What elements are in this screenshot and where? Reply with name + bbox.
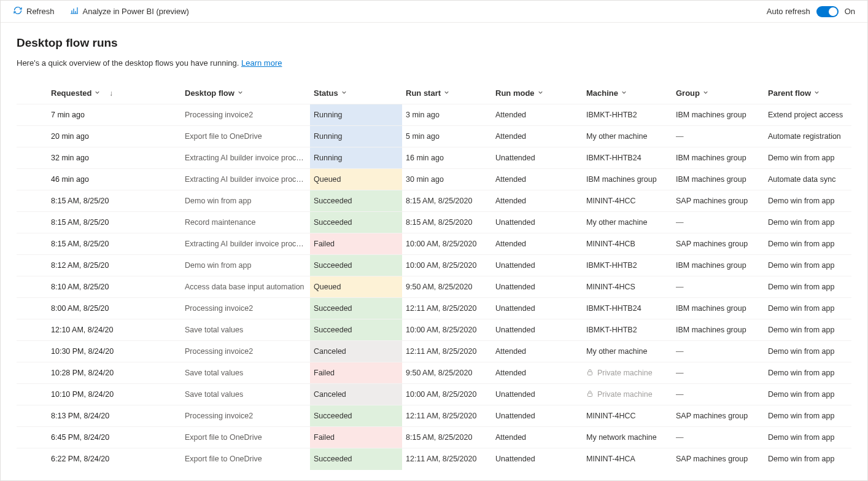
cell-desktop-flow[interactable]: Export file to OneDrive <box>181 126 310 147</box>
refresh-button[interactable]: Refresh <box>13 6 55 17</box>
cell-parent-flow[interactable]: Demo win from app <box>764 190 851 212</box>
cell-desktop-flow[interactable]: Save total values <box>181 362 310 384</box>
cell-desktop-flow[interactable]: Extracting AI builder invoice proce... <box>181 233 310 255</box>
cell-machine[interactable]: My network machine <box>583 427 672 448</box>
cell-parent-flow[interactable]: Automate registration <box>764 126 851 147</box>
cell-parent-flow[interactable]: Extend project access <box>764 104 851 126</box>
cell-parent-flow[interactable]: Demo win from app <box>764 427 851 448</box>
table-row[interactable]: 8:15 AM, 8/25/20Record maintenanceSuccee… <box>17 212 851 233</box>
cell-group[interactable]: SAP machines group <box>672 233 764 255</box>
table-row[interactable]: 8:00 AM, 8/25/20Processing invoice2Succe… <box>17 298 851 319</box>
cell-machine[interactable]: MININT-4HCC <box>583 405 672 427</box>
cell-parent-flow[interactable]: Demo win from app <box>764 319 851 341</box>
cell-desktop-flow[interactable]: Demo win from app <box>181 255 310 276</box>
cell-desktop-flow[interactable]: Processing invoice2 <box>181 405 310 427</box>
cell-desktop-flow[interactable]: Extracting AI builder invoice proce... <box>181 169 310 190</box>
table-row[interactable]: 8:15 AM, 8/25/20Demo win from appSucceed… <box>17 190 851 212</box>
cell-group[interactable]: — <box>672 384 764 405</box>
cell-run-start: 9:50 AM, 8/25/2020 <box>402 362 492 384</box>
cell-desktop-flow[interactable]: Export file to OneDrive <box>181 427 310 448</box>
col-parent-flow[interactable]: Parent flow <box>764 82 851 104</box>
cell-desktop-flow[interactable]: Save total values <box>181 319 310 341</box>
col-status[interactable]: Status <box>310 82 402 104</box>
cell-group[interactable]: — <box>672 212 764 233</box>
table-row[interactable]: 8:12 AM, 8/25/20Demo win from appSucceed… <box>17 255 851 276</box>
cell-machine[interactable]: IBMKT-HHTB2 <box>583 319 672 341</box>
cell-parent-flow[interactable]: Demo win from app <box>764 341 851 362</box>
cell-machine[interactable]: My other machine <box>583 212 672 233</box>
cell-parent-flow[interactable]: Demo win from app <box>764 362 851 384</box>
cell-machine[interactable]: MININT-4HCS <box>583 276 672 298</box>
cell-group[interactable]: — <box>672 341 764 362</box>
cell-machine[interactable]: IBMKT-HHTB2 <box>583 255 672 276</box>
table-row[interactable]: 10:10 PM, 8/24/20Save total valuesCancel… <box>17 384 851 405</box>
cell-parent-flow[interactable]: Demo win from app <box>764 233 851 255</box>
cell-parent-flow[interactable]: Demo win from app <box>764 212 851 233</box>
cell-requested: 10:30 PM, 8/24/20 <box>47 341 181 362</box>
table-row[interactable]: 10:28 PM, 8/24/20Save total valuesFailed… <box>17 362 851 384</box>
col-group[interactable]: Group <box>672 82 764 104</box>
cell-desktop-flow[interactable]: Save total values <box>181 384 310 405</box>
cell-parent-flow[interactable]: Demo win from app <box>764 255 851 276</box>
col-machine[interactable]: Machine <box>583 82 672 104</box>
cell-desktop-flow[interactable]: Access data base input automation <box>181 276 310 298</box>
cell-parent-flow[interactable]: Automate data sync <box>764 169 851 190</box>
cell-machine[interactable]: My other machine <box>583 341 672 362</box>
cell-machine[interactable]: IBMKT-HHTB24 <box>583 147 672 169</box>
table-row[interactable]: 8:10 AM, 8/25/20Access data base input a… <box>17 276 851 298</box>
table-row[interactable]: 46 min agoExtracting AI builder invoice … <box>17 169 851 190</box>
cell-group[interactable]: — <box>672 276 764 298</box>
table-row[interactable]: 32 min agoExtracting AI builder invoice … <box>17 147 851 169</box>
cell-desktop-flow[interactable]: Export file to OneDrive <box>181 448 310 470</box>
auto-refresh-toggle[interactable] <box>816 6 839 17</box>
table-row[interactable]: 6:45 PM, 8/24/20Export file to OneDriveF… <box>17 427 851 448</box>
table-row[interactable]: 7 min agoProcessing invoice2Running3 min… <box>17 104 851 126</box>
table-row[interactable]: 10:30 PM, 8/24/20Processing invoice2Canc… <box>17 341 851 362</box>
cell-desktop-flow[interactable]: Processing invoice2 <box>181 104 310 126</box>
cell-machine[interactable]: My other machine <box>583 126 672 147</box>
cell-desktop-flow[interactable]: Demo win from app <box>181 190 310 212</box>
cell-parent-flow[interactable]: Demo win from app <box>764 405 851 427</box>
col-desktop-flow[interactable]: Desktop flow <box>181 82 310 104</box>
cell-machine[interactable]: Private machine <box>583 362 672 384</box>
cell-group[interactable]: IBM machines group <box>672 169 764 190</box>
cell-desktop-flow[interactable]: Extracting AI builder invoice proce... <box>181 147 310 169</box>
cell-parent-flow[interactable]: Demo win from app <box>764 276 851 298</box>
cell-machine[interactable]: Private machine <box>583 384 672 405</box>
analyze-powerbi-button[interactable]: Analyze in Power BI (preview) <box>69 6 189 17</box>
cell-group[interactable]: — <box>672 126 764 147</box>
cell-parent-flow[interactable]: Demo win from app <box>764 448 851 470</box>
cell-parent-flow[interactable]: Demo win from app <box>764 384 851 405</box>
cell-group[interactable]: SAP machines group <box>672 190 764 212</box>
cell-desktop-flow[interactable]: Record maintenance <box>181 212 310 233</box>
cell-machine[interactable]: IBM machines group <box>583 169 672 190</box>
cell-parent-flow[interactable]: Demo win from app <box>764 147 851 169</box>
cell-parent-flow[interactable]: Demo win from app <box>764 298 851 319</box>
cell-status: Succeeded <box>310 190 402 212</box>
cell-group[interactable]: IBM machines group <box>672 298 764 319</box>
cell-machine[interactable]: MININT-4HCA <box>583 448 672 470</box>
cell-desktop-flow[interactable]: Processing invoice2 <box>181 341 310 362</box>
cell-machine[interactable]: MININT-4HCB <box>583 233 672 255</box>
cell-machine[interactable]: IBMKT-HHTB2 <box>583 104 672 126</box>
table-row[interactable]: 20 min agoExport file to OneDriveRunning… <box>17 126 851 147</box>
cell-group[interactable]: SAP machines group <box>672 405 764 427</box>
cell-group[interactable]: IBM machines group <box>672 104 764 126</box>
cell-group[interactable]: IBM machines group <box>672 255 764 276</box>
table-row[interactable]: 8:15 AM, 8/25/20Extracting AI builder in… <box>17 233 851 255</box>
col-requested[interactable]: Requested ↓ <box>47 82 181 104</box>
cell-group[interactable]: SAP machines group <box>672 448 764 470</box>
col-run-mode[interactable]: Run mode <box>492 82 583 104</box>
cell-group[interactable]: — <box>672 427 764 448</box>
table-row[interactable]: 6:22 PM, 8/24/20Export file to OneDriveS… <box>17 448 851 470</box>
table-row[interactable]: 8:13 PM, 8/24/20Processing invoice2Succe… <box>17 405 851 427</box>
cell-machine[interactable]: IBMKT-HHTB24 <box>583 298 672 319</box>
cell-desktop-flow[interactable]: Processing invoice2 <box>181 298 310 319</box>
learn-more-link[interactable]: Learn more <box>241 58 282 68</box>
cell-group[interactable]: IBM machines group <box>672 147 764 169</box>
cell-machine[interactable]: MININT-4HCC <box>583 190 672 212</box>
col-run-start[interactable]: Run start <box>402 82 492 104</box>
cell-group[interactable]: IBM machines group <box>672 319 764 341</box>
table-row[interactable]: 12:10 AM, 8/24/20Save total valuesSuccee… <box>17 319 851 341</box>
cell-group[interactable]: — <box>672 362 764 384</box>
